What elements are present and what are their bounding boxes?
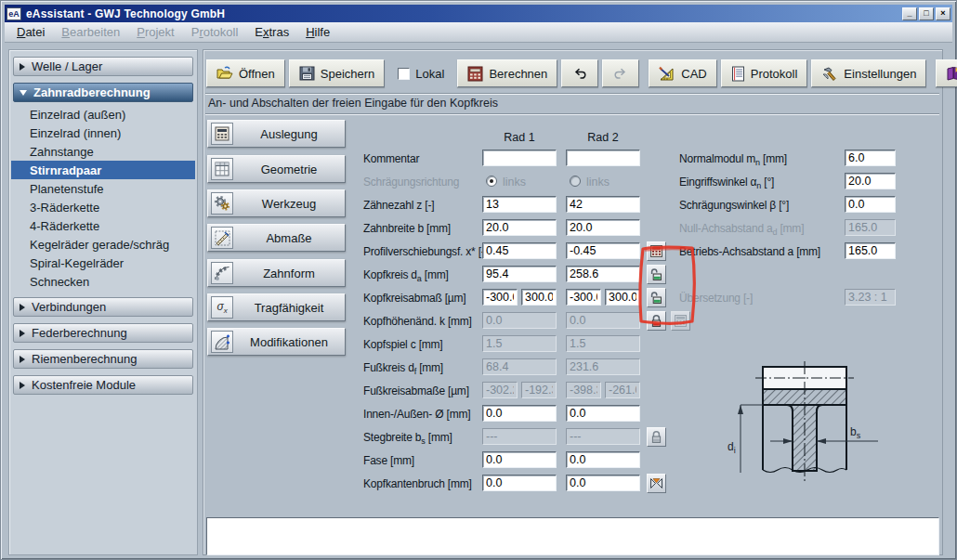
settings-button[interactable]: Einstellungen [811,59,926,87]
sidebar-group-verbindungen[interactable]: Verbindungen [13,297,193,317]
sidebar-group-welle-lager[interactable]: Welle / Lager [13,57,193,76]
fusskreisabmasse-rad1-lower-input [482,382,518,398]
open-button[interactable]: Öffnen [206,59,285,87]
fase-rad1-input[interactable] [482,451,557,468]
kopfkreis-rad1-input[interactable] [482,266,557,282]
kopfkreisabmass-rad1-upper-input[interactable] [521,289,557,306]
protocol-button[interactable]: Protokoll [721,59,808,87]
zahnbreite-rad2-input[interactable] [566,219,640,236]
kommentar-rad2-input[interactable] [566,150,640,166]
kopfkantenbruch-rad1-input[interactable] [482,475,557,491]
kopfkantenbruch-chamfer-button[interactable] [647,474,666,493]
chevron-down-icon [20,90,27,96]
zahnform-button[interactable]: Zahnform [207,259,346,287]
fase-rad2-input[interactable] [566,451,640,468]
calculate-button[interactable]: Berechnen [457,59,557,87]
kopfkantenbruch-rad2-input[interactable] [566,475,640,491]
schraegungswinkel-input[interactable] [845,196,896,213]
document-icon [731,66,745,82]
menu-extras[interactable]: Extras [246,23,297,41]
null-achsabstand-label: Null-Achsabstand ad [mm] [679,221,846,240]
minimize-button[interactable]: _ [902,7,917,20]
divider [205,113,939,115]
result-text-area[interactable] [206,517,939,555]
sidebar-group-riemenberechnung[interactable]: Riemenberechnung [13,349,193,369]
innen-aussen-rad2-input[interactable] [566,405,640,422]
sidebar-item-planetenstufe[interactable]: Planetenstufe [9,179,197,198]
sidebar-item-schnecken[interactable]: Schnecken [9,272,197,291]
betriebs-achsabstand-input[interactable] [845,242,896,259]
zahnbreite-rad1-input[interactable] [482,219,557,236]
kommentar-rad1-input[interactable] [482,150,557,166]
menu-datei[interactable]: Datei [8,23,53,41]
sidebar-item-spiral-kegelraeder[interactable]: Spiral-Kegelräder [9,254,197,272]
abmasse-button[interactable]: Abmaße [207,224,346,252]
undo-button[interactable] [561,59,598,87]
sidebar-item-4-raederkette[interactable]: 4-Räderkette [9,216,197,235]
floppy-disk-icon [299,66,315,81]
stegbreite-rad1-input [482,428,557,445]
calculator-icon [211,123,233,145]
redo-button[interactable] [602,59,639,87]
maximize-button[interactable]: □ [919,7,934,20]
sidebar-item-kegelraeder[interactable]: Kegelräder gerade/schräg [9,235,197,254]
kopfkreis-label: Kopfkreis da [mm] [363,267,484,286]
stegbreite-lock-button[interactable] [647,427,666,447]
fusskreis-rad2-input [566,358,640,375]
kopfspiel-label: Kopfspiel c [mm] [363,337,484,352]
rad2-column-header: Rad 2 [566,131,640,144]
profilverschiebung-rad1-input[interactable] [482,242,557,259]
ruler-pencil-icon [211,227,233,249]
menubar: Datei Bearbeiten Projekt Protokoll Extra… [5,22,952,43]
sidebar-group-kostenfreie-module[interactable]: Kostenfreie Module [13,375,193,395]
sidebar-item-einzelrad-aussen[interactable]: Einzelrad (außen) [9,105,197,124]
close-button[interactable]: × [936,7,950,20]
rad1-column-header: Rad 1 [482,131,557,144]
kopfhoehenaend-lock-button[interactable] [647,311,666,331]
kopfhoehenaend-rad2-input [566,312,640,329]
app-window: eA eAssistant - GWJ Technology GmbH _ □ … [0,0,957,560]
cad-button[interactable]: CAD [649,59,716,87]
sidebar-item-stirnradpaar[interactable]: Stirnradpaar [11,161,195,179]
unlocked-padlock-icon [649,291,663,305]
kopfkreisabmass-rad2-upper-input[interactable] [605,289,640,306]
tragfaehigkeit-button[interactable]: σx Tragfähigkeit [207,293,346,321]
geometrie-button[interactable]: Geometrie [207,155,346,183]
kopfkreis-unlock-button[interactable] [647,265,666,284]
modifikationen-button[interactable]: Modifikationen [207,328,346,356]
local-checkbox[interactable] [398,68,410,80]
sidebar-item-einzelrad-innen[interactable]: Einzelrad (innen) [9,124,197,142]
zaehnezahl-rad1-input[interactable] [482,196,557,213]
sidebar-item-zahnstange[interactable]: Zahnstange [9,142,197,161]
chevron-right-icon [20,382,25,389]
zaehnezahl-rad2-input[interactable] [566,196,640,213]
calculator-icon [650,245,662,257]
profilverschiebung-calc-button[interactable] [647,241,666,261]
kopfspiel-rad1-input [482,335,557,352]
profilverschiebung-rad2-input[interactable] [566,242,640,259]
uebersetzung-input [845,289,896,306]
fusskreisabmasse-rad2-lower-input [566,382,601,398]
kopfkreisabmass-unlock-button[interactable] [647,288,666,307]
menu-protokoll: Protokoll [183,23,247,41]
eingriffswinkel-input[interactable] [845,173,896,189]
gear-profile-icon [211,262,233,284]
sigma-x-icon: σx [211,296,233,319]
innen-aussen-rad1-input[interactable] [482,405,557,422]
fusskreis-label: Fußkreis df [mm] [363,360,484,379]
toolbar: Öffnen Speichern Lokal Berechnen CAD Pro… [206,59,957,88]
kopfkreis-rad2-input[interactable] [566,266,640,282]
normalmodul-input[interactable] [845,150,896,166]
sidebar-group-federberechnung[interactable]: Federberechnung [13,323,193,343]
menu-hilfe[interactable]: Hilfe [297,23,338,41]
werkzeug-button[interactable]: Werkzeug [207,189,346,217]
kopfkreisabmass-rad1-lower-input[interactable] [482,289,518,306]
auslegung-button[interactable]: Auslegung [207,120,346,148]
kopfkreisabmass-label: Kopfkreisabmaß [µm] [363,291,484,306]
locked-padlock-gray-icon [649,430,663,444]
sidebar-item-3-raederkette[interactable]: 3-Räderkette [9,198,197,216]
help-button[interactable]: Hilfe [936,59,957,87]
save-button[interactable]: Speichern [289,59,386,87]
sidebar-group-zahnradberechnung[interactable]: Zahnradberechnung [13,83,193,102]
kopfkreisabmass-rad2-lower-input[interactable] [566,289,601,306]
